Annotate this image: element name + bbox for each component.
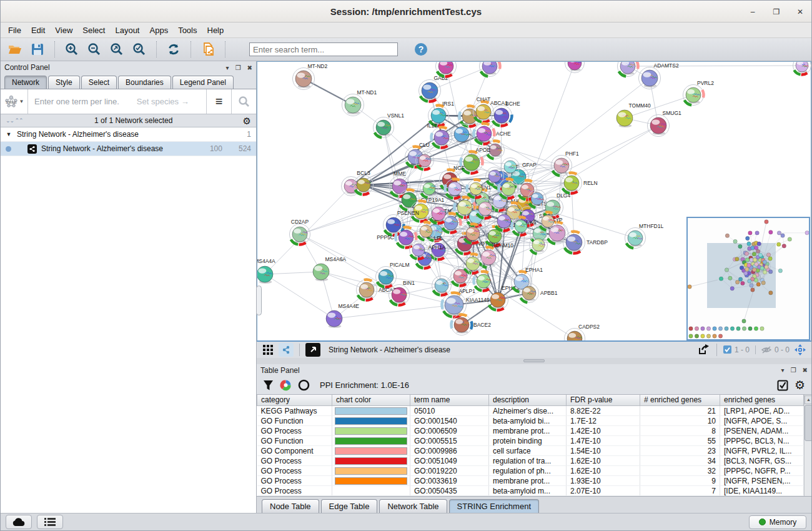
graph-node-mt-nd2[interactable] — [725, 234, 729, 237]
graph-node[interactable] — [565, 62, 585, 73]
graph-node-pvrl2[interactable]: PVRL2 — [683, 80, 715, 106]
graph-node[interactable] — [618, 62, 638, 77]
graph-node-irs1[interactable] — [747, 242, 751, 246]
birdseye-view[interactable] — [686, 217, 810, 340]
graph-node-cadps2[interactable]: CADPS2 — [565, 324, 600, 340]
search-input[interactable] — [249, 42, 398, 56]
tab-network-table[interactable]: Network Table — [379, 499, 447, 513]
graph-node-ache[interactable] — [754, 246, 758, 249]
graph-node-bche[interactable] — [757, 242, 761, 246]
scroll-up-icon[interactable]: ▲ — [805, 395, 811, 404]
graph-node[interactable] — [429, 204, 448, 224]
scrollbar-thumb[interactable] — [805, 405, 811, 441]
graph-node-bin1[interactable] — [741, 281, 745, 285]
network-row-selected[interactable]: String Network - Alzheimer's disease 100… — [1, 142, 256, 156]
zoom-selected-button[interactable] — [130, 41, 149, 58]
table-scrollbar[interactable]: ▲ — [804, 395, 811, 497]
checkbox-icon[interactable] — [723, 345, 732, 354]
tab-edge-table[interactable]: Edge Table — [321, 499, 378, 513]
graph-node-picalm[interactable] — [738, 277, 742, 281]
graph-node[interactable] — [756, 249, 760, 253]
panel-float-icon[interactable]: ❐ — [235, 64, 241, 71]
table-panel-menu-icon[interactable]: ▾ — [781, 367, 785, 374]
graph-node-ms4a4a[interactable] — [719, 277, 723, 280]
tab-style[interactable]: Style — [48, 76, 80, 89]
graph-node[interactable] — [763, 260, 766, 264]
graph-node-pvrl2[interactable] — [788, 237, 791, 241]
column-header[interactable]: term name — [410, 395, 489, 406]
graph-node[interactable] — [765, 265, 768, 269]
table-row[interactable]: GO ProcessGO:0050435beta-amyloid m...2.0… — [257, 486, 804, 496]
graph-node-cd2ap[interactable] — [725, 268, 728, 272]
graph-node-mthfd1l[interactable]: MTHFD1L — [625, 223, 664, 249]
graph-node[interactable] — [467, 180, 485, 198]
birdseye-toggle-button[interactable] — [793, 343, 808, 357]
graph-node-gab2[interactable] — [746, 236, 750, 240]
graph-node-bcl3[interactable] — [735, 257, 739, 261]
panel-menu-icon[interactable]: ▾ — [226, 64, 229, 71]
graph-node-bace2[interactable] — [751, 287, 755, 291]
table-row[interactable]: KEGG Pathways05010Alzheimer's dise...8.8… — [257, 406, 804, 416]
graph-node[interactable] — [528, 190, 547, 208]
graph-node[interactable] — [760, 266, 764, 270]
panel-splitter[interactable] — [257, 358, 811, 364]
graph-node-mt-nd1[interactable]: MT-ND1 — [342, 89, 377, 116]
menu-view[interactable]: View — [50, 24, 77, 36]
column-header[interactable]: description — [489, 395, 567, 406]
graph-node[interactable] — [754, 278, 758, 282]
graph-node[interactable] — [748, 279, 751, 283]
graph-node[interactable] — [530, 236, 548, 254]
menu-select[interactable]: Select — [77, 24, 110, 36]
graph-node[interactable] — [417, 222, 435, 241]
table-row[interactable]: GO ProcessGO:0033619membrane prot...1.93… — [257, 476, 804, 486]
zoom-in-button[interactable] — [62, 41, 81, 58]
graph-node-reln[interactable]: RELN — [562, 172, 598, 193]
graph-node-tomm40[interactable] — [776, 242, 780, 246]
column-header[interactable]: # enriched genes — [640, 395, 720, 406]
graph-node[interactable] — [502, 158, 520, 176]
graph-node[interactable] — [410, 241, 428, 259]
graph-node-reln[interactable] — [768, 257, 772, 261]
graph-node-adamts2[interactable] — [781, 234, 785, 237]
column-header[interactable]: category — [257, 395, 332, 406]
graph-node-cd2ap[interactable]: CD2AP — [290, 219, 310, 245]
graph-node-mt-nd2[interactable]: MT-ND2 — [293, 63, 328, 90]
string-db-selector[interactable]: STRING ▼ — [1, 89, 28, 114]
table-panel-float-icon[interactable]: ❐ — [791, 367, 796, 374]
graph-node[interactable] — [763, 270, 766, 274]
graph-node[interactable] — [463, 224, 483, 243]
graph-node[interactable] — [463, 254, 483, 273]
graph-node[interactable] — [436, 62, 457, 77]
table-row[interactable]: GO ProcessGO:0019220regulation of ph...1… — [257, 466, 804, 476]
table-row[interactable]: GO ComponentGO:0009986cell surface1.54E-… — [257, 446, 804, 456]
graph-node[interactable] — [445, 179, 465, 198]
tab-legend-panel[interactable]: Legend Panel — [172, 76, 234, 89]
graph-node[interactable] — [751, 246, 755, 249]
graph-node-vsnl1[interactable]: VSNL1 — [374, 112, 405, 138]
zoom-out-button[interactable] — [85, 41, 104, 58]
panel-close-icon[interactable]: ✖ — [247, 64, 252, 71]
select-all-checkbox-icon[interactable] — [777, 380, 788, 391]
ring-icon[interactable] — [298, 379, 310, 391]
graph-node[interactable] — [416, 152, 434, 170]
table-row[interactable]: GO FunctionGO:0001540beta-amyloid bi...1… — [257, 416, 804, 426]
refresh-button[interactable] — [164, 41, 183, 58]
open-session-button[interactable] — [6, 41, 24, 58]
graph-node-gab2[interactable]: GAB2 — [419, 75, 448, 102]
string-query-input[interactable]: Enter one term per line. Set species → — [28, 97, 206, 106]
menu-apps[interactable]: Apps — [145, 24, 174, 36]
table-panel-close-icon[interactable]: ✖ — [803, 367, 808, 374]
graph-node-ms4a6a[interactable] — [728, 276, 732, 280]
graph-node[interactable] — [745, 257, 749, 261]
graph-node[interactable] — [486, 167, 504, 186]
graph-node[interactable] — [753, 267, 756, 271]
graph-node-ms4a4e[interactable] — [730, 286, 734, 290]
network-collection-row[interactable]: ▼ String Network - Alzheimer's disease 1 — [1, 127, 256, 142]
tab-node-table[interactable]: Node Table — [262, 499, 319, 513]
table-row[interactable]: GO FunctionGO:0005515protein binding1.47… — [257, 436, 804, 446]
graph-node[interactable] — [420, 180, 438, 198]
menu-help[interactable]: Help — [202, 24, 229, 36]
memory-button[interactable]: Memory — [749, 515, 806, 529]
table-row[interactable]: GO ProcessGO:0051049regulation of tra...… — [257, 456, 804, 466]
graph-node[interactable] — [744, 271, 748, 275]
